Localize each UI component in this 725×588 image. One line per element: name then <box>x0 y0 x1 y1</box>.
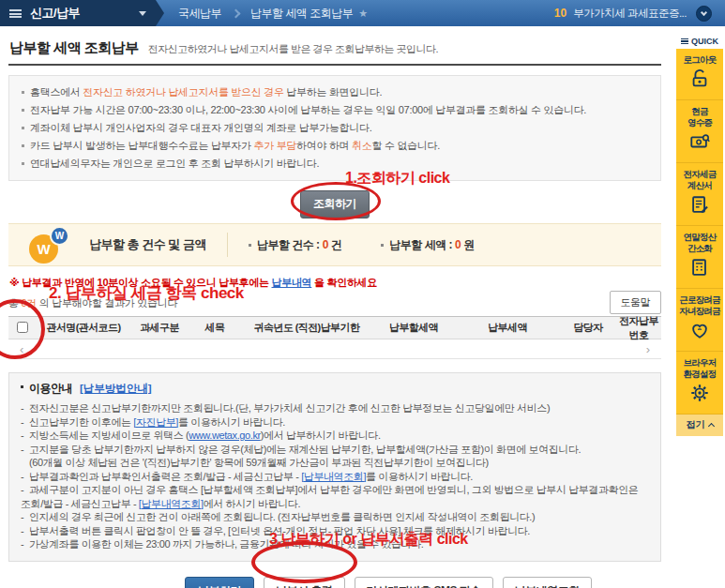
page-subtitle: 전자신고하였거나 납세고지서를 받은 경우 조회납부하는 곳입니다. <box>148 42 438 56</box>
hometax-w-logo: W W <box>29 226 72 264</box>
chevron-down-icon <box>701 8 707 15</box>
bullet-dot <box>381 244 384 247</box>
payment-method-guide-link[interactable]: [납부방법안내] <box>80 382 152 396</box>
result-count-number: 0건 <box>21 297 37 309</box>
page-header: 납부할 세액 조회납부 전자신고하였거나 납세고지서를 받은 경우 조회납부하는… <box>8 26 661 66</box>
payment-history-link[interactable]: 납부내역 <box>271 277 311 288</box>
bottom-action-bar: 납부하기 납부서 출력 가상계좌번호 SMS 전송 납부내역조회 <box>8 577 678 588</box>
print-payment-slip-button[interactable]: 납부서 출력 <box>264 577 344 588</box>
column-header-tax-type: 과세구분 <box>130 321 189 335</box>
notice-item: 카드 납부시 발생하는 납부대행수수료는 납부자가 추가 부담하여야 하며 취소… <box>21 137 649 155</box>
notice-box: 홈택스에서 전자신고 하였거나 납세고지서를 받으신 경우 납부하는 화면입니다… <box>8 75 661 181</box>
column-header-staff: 담당자 <box>560 321 616 335</box>
result-count-text: 총 0건 의 납부해야할 결과가 있습니다 <box>8 296 177 310</box>
breadcrumb-item-national-tax[interactable]: 국세납부 <box>178 6 221 22</box>
scroll-right-icon[interactable]: › <box>646 343 650 355</box>
payable-count: 납부할 건수 : 0 건 <box>249 237 341 253</box>
usage-guide-title: 이용안내 <box>21 381 72 397</box>
usage-item: -납부결과확인과 납부확인서출력은 조회/발급 - 세금신고납부 - [납부내역… <box>21 470 649 484</box>
usage-item: (60개월 이상 체납된 건은 '(직전)납부기한' 항목에 59개월째 가산금… <box>21 456 649 470</box>
quick-item-logout[interactable]: 로그아웃 <box>676 49 723 100</box>
heart-hands-icon <box>688 320 711 340</box>
scroll-left-icon[interactable]: ‹ <box>20 343 23 355</box>
notice-item: 전자납부 가능 시간은 07:00~23:30 이나, 22:00~23:30 … <box>21 101 649 119</box>
payment-history-button[interactable]: 납부내역조회 <box>503 577 592 588</box>
quick-collapse-button[interactable]: 접기 <box>676 415 723 436</box>
chevron-right-icon <box>232 8 241 18</box>
table-horizontal-scrollbar: ‹ › <box>8 339 661 359</box>
bullet-dot <box>249 244 251 247</box>
top-navigation-bar: 신고/납부 국세납부 납부할 세액 조회납부 ★ 10 부가가치세 과세표준증.… <box>0 0 725 26</box>
inquire-button[interactable]: 조회하기 <box>300 190 370 219</box>
lock-open-icon <box>688 68 711 89</box>
usage-item: -신고납부기한 이후에는 [자진납부]를 이용하시기 바랍니다. <box>21 415 649 430</box>
payable-count-value: 0 <box>320 238 331 251</box>
hamburger-icon <box>9 9 22 18</box>
vertical-divider <box>227 233 228 257</box>
breadcrumb: 국세납부 납부할 세액 조회납부 ★ <box>156 0 368 26</box>
usage-item: -인지세의 경우 최근에 신고한 건이 아래쪽에 조회됩니다. (전자납부번호를… <box>21 510 649 524</box>
select-all-checkbox[interactable] <box>17 322 28 333</box>
usage-guide-box: 이용안내 [납부방법안내] -전자신고분은 신고납부기한까지만 조회됩니다.(단… <box>8 372 661 562</box>
breadcrumb-item-current-page[interactable]: 납부할 세액 조회납부 <box>250 6 353 22</box>
quick-item-year-end-settlement[interactable]: 연말정산간소화 <box>676 226 723 289</box>
column-header-due-date: 귀속년도 (직전)납부기한 <box>241 321 372 335</box>
calculator-document-icon <box>688 257 711 278</box>
quick-menu-body: 로그아웃 현금영수증 전자세금계산서 연말정산간소화 근로장려금자녀장려금 브라… <box>676 49 723 415</box>
payable-amount-value: 0 <box>452 238 463 251</box>
virtual-account-sms-button[interactable]: 가상계좌번호 SMS 전송 <box>355 577 493 588</box>
inquire-button-row: 조회하기 <box>8 190 661 217</box>
nav-notice-area: 10 부가가치세 과세표준증... <box>554 0 725 26</box>
column-header-paid-amount: 납부세액 <box>455 321 560 335</box>
select-all-cell <box>8 322 37 335</box>
column-header-epay-number: 전자납부번호 <box>616 314 661 342</box>
main-menu-dropdown[interactable]: 신고/납부 <box>0 0 156 26</box>
summary-title: 납부할 총 건수 및 금액 <box>89 236 206 253</box>
caret-down-icon <box>139 11 146 16</box>
notice-count-badge: 10 <box>554 7 566 20</box>
payment-history-inquiry-link[interactable]: [납부내역조회] <box>139 498 204 509</box>
notice-item: 계좌이체 납부시 개인사업자의 경우 대표자 개인명의 계좌로 납부가능합니다. <box>21 119 649 137</box>
column-header-tax-item: 세목 <box>189 321 241 335</box>
usage-item: -가상계좌를 이용한 이체는 23:00 까지 가능하나, 금융기관에 따라 차… <box>21 537 649 551</box>
main-menu-label: 신고/납부 <box>30 5 80 22</box>
tax-invoice-document-icon <box>688 194 711 215</box>
result-delay-warning: ※ 납부결과 반영에 10분이상 소요될 수 있으니 납부후에는 납부내역 을 … <box>8 276 661 290</box>
usage-item: -전자신고분은 신고납부기한까지만 조회됩니다.(단, 부가가치세 신고기간 후… <box>21 401 649 415</box>
column-header-office: 관서명(관서코드) <box>37 321 130 335</box>
notice-expand-button[interactable] <box>696 6 712 22</box>
payment-table-header: 관서명(관서코드) 과세구분 세목 귀속년도 (직전)납부기한 납부할세액 납부… <box>8 316 661 339</box>
usage-guide-header: 이용안내 [납부방법안내] <box>21 381 649 397</box>
quick-item-browser-settings[interactable]: 브라우저환경설정 <box>676 352 723 415</box>
wetax-link[interactable]: www.wetax.go.kr <box>189 430 261 441</box>
notice-item: 홈택스에서 전자신고 하였거나 납세고지서를 받으신 경우 납부하는 화면입니다… <box>21 83 649 101</box>
notice-item: 연대납세의무자는 개인으로 로그인 후 조회 납부하시기 바랍니다. <box>21 155 649 173</box>
w-logo-blue-circle: W <box>50 226 69 246</box>
usage-item: -고지분을 당초 납부기한까지 납부하지 않은 경우(체납)에는 재계산된 납부… <box>21 443 649 457</box>
page-title: 납부할 세액 조회납부 <box>9 39 139 57</box>
payment-history-inquiry-link[interactable]: [납부내역조회] <box>301 471 366 482</box>
payable-amount: 납부할 세액 : 0 원 <box>381 237 474 253</box>
usage-item: -지방소득세는 지방세이므로 위택스 (www.wetax.go.kr)에서 납… <box>21 429 649 443</box>
gear-icon <box>688 383 711 403</box>
pay-button[interactable]: 납부하기 <box>185 577 254 588</box>
self-payment-link[interactable]: [자진납부] <box>133 416 178 428</box>
payment-summary-bar: W W 납부할 총 건수 및 금액 납부할 건수 : 0 건 납부할 세액 : … <box>8 223 661 266</box>
hamburger-icon <box>681 38 688 44</box>
favorite-star-icon[interactable]: ★ <box>358 8 368 20</box>
quick-sidebar: QUICK 로그아웃 현금영수증 전자세금계산서 연말정산간소화 근로장려금자녀… <box>676 33 723 436</box>
cash-receipt-icon <box>688 131 711 152</box>
usage-item: -과세구분이 고지분이 아닌 경우 홈택스 [납부할세액 조회납부]에서 납부한… <box>21 483 649 510</box>
column-header-payable-amount: 납부할세액 <box>372 321 455 335</box>
quick-menu-header: QUICK <box>676 33 723 49</box>
usage-guide-list: -전자신고분은 신고납부기한까지만 조회됩니다.(단, 부가가치세 신고기간 후… <box>21 401 649 551</box>
main-content: 납부할 세액 조회납부 전자신고하였거나 납세고지서를 받은 경우 조회납부하는… <box>0 26 670 588</box>
quick-item-cash-receipt[interactable]: 현금영수증 <box>676 100 723 163</box>
notice-ticker-text[interactable]: 부가가치세 과세표준증... <box>573 7 687 21</box>
usage-item: -납부서출력 버튼 클릭시 팝업창이 안 뜰 경우, [인터넷 옵션-개인 정보… <box>21 524 649 538</box>
help-button[interactable]: 도움말 <box>610 291 662 314</box>
result-count-row: 총 0건 의 납부해야할 결과가 있습니다 도움말 <box>8 292 661 310</box>
chevron-up-icon <box>707 422 714 429</box>
quick-item-work-incentive[interactable]: 근로장려금자녀장려금 <box>676 289 723 352</box>
quick-item-e-tax-invoice[interactable]: 전자세금계산서 <box>676 163 723 226</box>
